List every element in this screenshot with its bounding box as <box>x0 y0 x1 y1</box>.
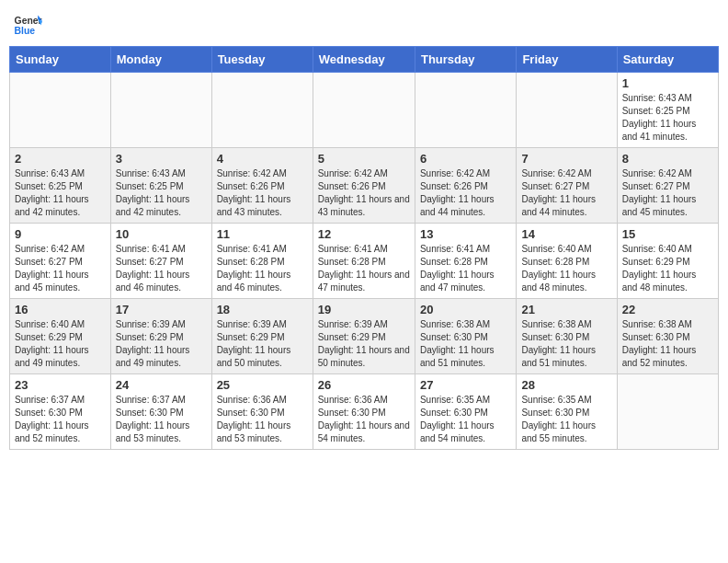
calendar-cell: 28Sunrise: 6:35 AM Sunset: 6:30 PM Dayli… <box>517 374 617 450</box>
day-number: 19 <box>318 303 410 316</box>
calendar-cell: 9Sunrise: 6:42 AM Sunset: 6:27 PM Daylig… <box>10 224 111 299</box>
calendar-cell: 7Sunrise: 6:42 AM Sunset: 6:27 PM Daylig… <box>517 148 617 224</box>
calendar-body: 1Sunrise: 6:43 AM Sunset: 6:25 PM Daylig… <box>10 73 719 450</box>
cell-info: Sunrise: 6:42 AM Sunset: 6:26 PM Dayligh… <box>217 167 308 219</box>
day-number: 21 <box>521 303 611 316</box>
day-number: 4 <box>217 152 308 166</box>
cell-info: Sunrise: 6:43 AM Sunset: 6:25 PM Dayligh… <box>15 167 106 219</box>
logo-icon: General Blue <box>13 9 42 39</box>
calendar-cell <box>313 73 415 148</box>
day-number: 5 <box>318 152 410 166</box>
calendar-cell: 20Sunrise: 6:38 AM Sunset: 6:30 PM Dayli… <box>415 299 516 374</box>
weekday-header: Saturday <box>617 47 718 73</box>
calendar-cell: 11Sunrise: 6:41 AM Sunset: 6:28 PM Dayli… <box>211 224 313 299</box>
cell-info: Sunrise: 6:40 AM Sunset: 6:29 PM Dayligh… <box>15 318 106 370</box>
weekday-header: Thursday <box>415 47 516 73</box>
page-header: General Blue <box>9 9 719 39</box>
calendar-cell: 8Sunrise: 6:42 AM Sunset: 6:27 PM Daylig… <box>617 148 718 224</box>
calendar-cell: 2Sunrise: 6:43 AM Sunset: 6:25 PM Daylig… <box>10 148 111 224</box>
day-number: 11 <box>217 227 308 241</box>
weekday-header: Monday <box>110 47 211 73</box>
calendar-cell: 16Sunrise: 6:40 AM Sunset: 6:29 PM Dayli… <box>10 299 111 374</box>
cell-info: Sunrise: 6:41 AM Sunset: 6:28 PM Dayligh… <box>217 243 308 294</box>
calendar-cell: 27Sunrise: 6:35 AM Sunset: 6:30 PM Dayli… <box>415 374 516 450</box>
day-number: 26 <box>318 378 410 392</box>
cell-info: Sunrise: 6:42 AM Sunset: 6:27 PM Dayligh… <box>622 167 713 219</box>
weekday-header: Wednesday <box>313 47 415 73</box>
calendar-cell <box>211 73 313 148</box>
cell-info: Sunrise: 6:41 AM Sunset: 6:28 PM Dayligh… <box>420 243 511 294</box>
weekday-header: Sunday <box>10 47 111 73</box>
day-number: 22 <box>622 303 713 316</box>
cell-info: Sunrise: 6:35 AM Sunset: 6:30 PM Dayligh… <box>420 394 511 445</box>
day-number: 1 <box>622 76 713 90</box>
calendar-cell: 22Sunrise: 6:38 AM Sunset: 6:30 PM Dayli… <box>617 299 718 374</box>
cell-info: Sunrise: 6:42 AM Sunset: 6:26 PM Dayligh… <box>318 167 410 219</box>
cell-info: Sunrise: 6:42 AM Sunset: 6:27 PM Dayligh… <box>15 243 106 294</box>
calendar-cell: 21Sunrise: 6:38 AM Sunset: 6:30 PM Dayli… <box>517 299 617 374</box>
weekday-header: Friday <box>517 47 617 73</box>
cell-info: Sunrise: 6:35 AM Sunset: 6:30 PM Dayligh… <box>521 394 611 445</box>
calendar-week-row: 23Sunrise: 6:37 AM Sunset: 6:30 PM Dayli… <box>10 374 719 450</box>
day-number: 17 <box>116 303 207 316</box>
cell-info: Sunrise: 6:39 AM Sunset: 6:29 PM Dayligh… <box>116 318 207 370</box>
cell-info: Sunrise: 6:36 AM Sunset: 6:30 PM Dayligh… <box>217 394 308 445</box>
calendar-cell: 3Sunrise: 6:43 AM Sunset: 6:25 PM Daylig… <box>110 148 211 224</box>
day-number: 15 <box>622 227 713 241</box>
cell-info: Sunrise: 6:41 AM Sunset: 6:27 PM Dayligh… <box>116 243 207 294</box>
calendar-cell: 17Sunrise: 6:39 AM Sunset: 6:29 PM Dayli… <box>110 299 211 374</box>
day-number: 20 <box>420 303 511 316</box>
day-number: 18 <box>217 303 308 316</box>
calendar-cell: 23Sunrise: 6:37 AM Sunset: 6:30 PM Dayli… <box>10 374 111 450</box>
cell-info: Sunrise: 6:40 AM Sunset: 6:29 PM Dayligh… <box>622 243 713 294</box>
cell-info: Sunrise: 6:43 AM Sunset: 6:25 PM Dayligh… <box>116 167 207 219</box>
day-number: 10 <box>116 227 207 241</box>
logo: General Blue <box>13 9 46 39</box>
day-number: 14 <box>521 227 611 241</box>
day-number: 9 <box>15 227 106 241</box>
cell-info: Sunrise: 6:37 AM Sunset: 6:30 PM Dayligh… <box>116 394 207 445</box>
day-number: 2 <box>15 152 106 166</box>
day-number: 8 <box>622 152 713 166</box>
calendar-week-row: 2Sunrise: 6:43 AM Sunset: 6:25 PM Daylig… <box>10 148 719 224</box>
calendar-cell: 1Sunrise: 6:43 AM Sunset: 6:25 PM Daylig… <box>617 73 718 148</box>
day-number: 25 <box>217 378 308 392</box>
calendar-cell <box>517 73 617 148</box>
calendar-cell: 6Sunrise: 6:42 AM Sunset: 6:26 PM Daylig… <box>415 148 516 224</box>
calendar-week-row: 16Sunrise: 6:40 AM Sunset: 6:29 PM Dayli… <box>10 299 719 374</box>
calendar-cell: 13Sunrise: 6:41 AM Sunset: 6:28 PM Dayli… <box>415 224 516 299</box>
calendar-cell <box>110 73 211 148</box>
cell-info: Sunrise: 6:42 AM Sunset: 6:26 PM Dayligh… <box>420 167 511 219</box>
calendar-cell: 25Sunrise: 6:36 AM Sunset: 6:30 PM Dayli… <box>211 374 313 450</box>
calendar-cell: 12Sunrise: 6:41 AM Sunset: 6:28 PM Dayli… <box>313 224 415 299</box>
cell-info: Sunrise: 6:42 AM Sunset: 6:27 PM Dayligh… <box>521 167 611 219</box>
calendar-cell: 4Sunrise: 6:42 AM Sunset: 6:26 PM Daylig… <box>211 148 313 224</box>
day-number: 12 <box>318 227 410 241</box>
day-number: 16 <box>15 303 106 316</box>
day-number: 28 <box>521 378 611 392</box>
day-number: 27 <box>420 378 511 392</box>
svg-text:Blue: Blue <box>15 26 36 36</box>
calendar-cell <box>617 374 718 450</box>
calendar-cell: 15Sunrise: 6:40 AM Sunset: 6:29 PM Dayli… <box>617 224 718 299</box>
day-number: 6 <box>420 152 511 166</box>
calendar-cell: 18Sunrise: 6:39 AM Sunset: 6:29 PM Dayli… <box>211 299 313 374</box>
cell-info: Sunrise: 6:39 AM Sunset: 6:29 PM Dayligh… <box>318 318 410 370</box>
cell-info: Sunrise: 6:38 AM Sunset: 6:30 PM Dayligh… <box>521 318 611 370</box>
cell-info: Sunrise: 6:38 AM Sunset: 6:30 PM Dayligh… <box>622 318 713 370</box>
weekday-row: SundayMondayTuesdayWednesdayThursdayFrid… <box>10 47 719 73</box>
day-number: 13 <box>420 227 511 241</box>
cell-info: Sunrise: 6:40 AM Sunset: 6:28 PM Dayligh… <box>521 243 611 294</box>
day-number: 7 <box>521 152 611 166</box>
weekday-header: Tuesday <box>211 47 313 73</box>
calendar-header: SundayMondayTuesdayWednesdayThursdayFrid… <box>10 47 719 73</box>
calendar-cell: 26Sunrise: 6:36 AM Sunset: 6:30 PM Dayli… <box>313 374 415 450</box>
calendar-cell: 24Sunrise: 6:37 AM Sunset: 6:30 PM Dayli… <box>110 374 211 450</box>
day-number: 24 <box>116 378 207 392</box>
cell-info: Sunrise: 6:36 AM Sunset: 6:30 PM Dayligh… <box>318 394 410 445</box>
calendar-cell: 14Sunrise: 6:40 AM Sunset: 6:28 PM Dayli… <box>517 224 617 299</box>
calendar-week-row: 9Sunrise: 6:42 AM Sunset: 6:27 PM Daylig… <box>10 224 719 299</box>
calendar-cell: 5Sunrise: 6:42 AM Sunset: 6:26 PM Daylig… <box>313 148 415 224</box>
calendar-cell: 10Sunrise: 6:41 AM Sunset: 6:27 PM Dayli… <box>110 224 211 299</box>
cell-info: Sunrise: 6:41 AM Sunset: 6:28 PM Dayligh… <box>318 243 410 294</box>
